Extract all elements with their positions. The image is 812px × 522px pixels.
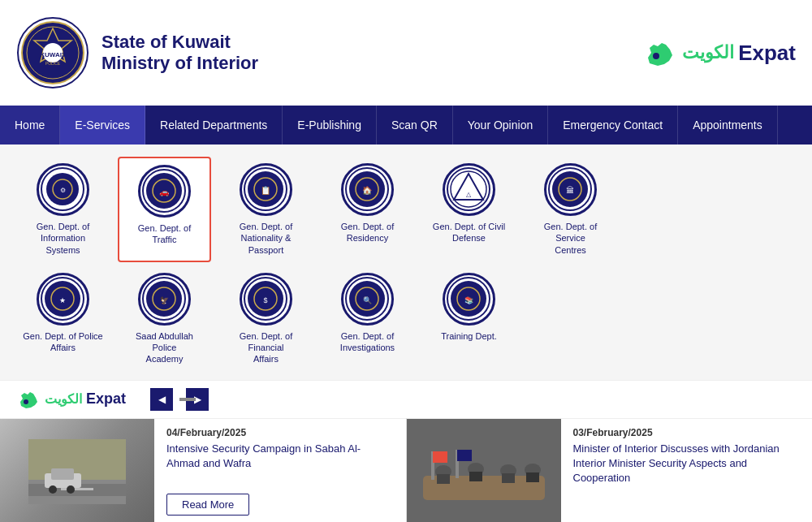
news-card-left: 04/February/2025 Intensive Security Camp… xyxy=(0,418,406,522)
dept-residency-label: Gen. Dept. of Residency xyxy=(327,221,408,244)
nav-home[interactable]: Home xyxy=(0,106,60,145)
dept-civil-defense-badge: △ xyxy=(443,163,495,216)
news-right-image-placeholder xyxy=(407,419,561,522)
dept-police-affairs-badge: ★ xyxy=(37,273,89,326)
nav-emergency-contact[interactable]: Emergency Contact xyxy=(548,106,678,145)
nav-scan-qr[interactable]: Scan QR xyxy=(377,106,453,145)
svg-text:📋: 📋 xyxy=(261,185,271,196)
expat-banner: الكويت Expat ◀ ▶ xyxy=(0,380,812,418)
dept-investigations[interactable]: 🔍 Gen. Dept. ofInvestigations xyxy=(321,266,414,372)
svg-text:🔍: 🔍 xyxy=(363,296,373,305)
slider-prev-button[interactable]: ◀ xyxy=(150,388,173,411)
nav-related-dept[interactable]: Related Departments xyxy=(145,106,283,145)
dept-training[interactable]: 📚 Training Dept. xyxy=(422,266,516,372)
news-right-date: 03/February/2025 xyxy=(573,427,801,438)
nav-appointments[interactable]: Appointments xyxy=(678,106,778,145)
title-line1: State of Kuwait xyxy=(102,32,258,53)
svg-text:🏛: 🏛 xyxy=(566,186,574,195)
kuwait-shape-icon xyxy=(641,35,678,71)
svg-text:🦅: 🦅 xyxy=(160,296,170,305)
dept-service-centres[interactable]: 🏛 Gen. Dept. of ServiceCentres xyxy=(524,157,617,262)
header-title: State of Kuwait Ministry of Interior xyxy=(102,32,258,74)
news-left-date: 04/February/2025 xyxy=(166,427,394,438)
svg-rect-70 xyxy=(469,472,482,481)
news-left-title: Intensive Security Campaign in Sabah Al-… xyxy=(166,442,394,490)
svg-rect-72 xyxy=(502,473,515,483)
dept-financial-affairs[interactable]: $ Gen. Dept. of FinancialAffairs xyxy=(219,266,313,372)
svg-text:POLICE: POLICE xyxy=(45,61,61,66)
dept-traffic-label: Gen. Dept. of Traffic xyxy=(126,222,203,246)
svg-text:📚: 📚 xyxy=(464,296,474,305)
header: KUWAIT POLICE State of Kuwait Ministry o… xyxy=(0,0,812,106)
dept-service-centres-label: Gen. Dept. of ServiceCentres xyxy=(530,221,611,256)
svg-rect-58 xyxy=(51,468,74,480)
svg-rect-64 xyxy=(433,451,447,463)
nav-e-services[interactable]: E-Services xyxy=(60,106,145,145)
banner-arabic: الكويت xyxy=(45,391,82,407)
svg-text:★: ★ xyxy=(59,296,66,304)
dept-service-centres-badge: 🏛 xyxy=(544,163,597,216)
dept-civil-defense-label: Gen. Dept. of CivilDefense xyxy=(433,221,505,244)
svg-rect-66 xyxy=(457,450,472,461)
svg-rect-74 xyxy=(526,472,539,482)
expat-arabic: الكويت xyxy=(682,42,734,63)
svg-rect-68 xyxy=(437,474,450,484)
dept-nationality-label: Gen. Dept. ofNationality & Passport xyxy=(226,221,306,256)
svg-text:$: $ xyxy=(263,296,267,304)
dept-residency[interactable]: 🏠 Gen. Dept. of Residency xyxy=(321,157,414,262)
dept-investigations-badge: 🔍 xyxy=(341,273,394,326)
svg-text:🚗: 🚗 xyxy=(159,187,170,197)
dept-civil-defense[interactable]: △ Gen. Dept. of CivilDefense xyxy=(422,157,516,262)
dept-nationality[interactable]: 📋 Gen. Dept. ofNationality & Passport xyxy=(219,157,313,262)
news-left-content: 04/February/2025 Intensive Security Camp… xyxy=(154,419,406,522)
dept-saad-academy-badge: 🦅 xyxy=(138,273,191,326)
dept-financial-affairs-badge: $ xyxy=(240,273,292,326)
svg-point-59 xyxy=(49,485,57,494)
svg-text:KUWAIT: KUWAIT xyxy=(40,51,66,58)
dept-traffic[interactable]: 🚗 Gen. Dept. of Traffic xyxy=(118,157,211,262)
dept-police-affairs-label: Gen. Dept. of PoliceAffairs xyxy=(23,330,102,354)
navbar: Home E-Services Related Departments E-Pu… xyxy=(0,106,812,145)
dept-info-systems-label: Gen. Dept. ofInformation Systems xyxy=(23,221,103,256)
svg-point-60 xyxy=(67,485,75,494)
expat-logo[interactable]: الكويت Expat xyxy=(641,35,796,71)
svg-point-52 xyxy=(24,399,28,404)
expat-english: Expat xyxy=(738,41,796,66)
news-right-image xyxy=(407,419,561,522)
slider-thumb xyxy=(179,398,196,401)
news-left-image xyxy=(0,419,154,522)
dept-info-systems[interactable]: ⚙ Gen. Dept. ofInformation Systems xyxy=(16,157,110,262)
dept-training-label: Training Dept. xyxy=(441,330,497,342)
dept-saad-academy-label: Saad Abdullah PoliceAcademy xyxy=(124,330,205,365)
read-more-button[interactable]: Read More xyxy=(166,494,249,516)
dept-residency-badge: 🏠 xyxy=(341,163,394,216)
news-section: 04/February/2025 Intensive Security Camp… xyxy=(0,418,812,522)
nav-your-opinion[interactable]: Your Opinion xyxy=(453,106,548,145)
dept-investigations-label: Gen. Dept. ofInvestigations xyxy=(340,330,395,354)
news-right-title: Minister of Interior Discusses with Jord… xyxy=(573,442,801,516)
nav-e-publishing[interactable]: E-Publishing xyxy=(283,106,377,145)
svg-rect-56 xyxy=(61,488,93,490)
banner-expat-logo[interactable]: الكويت Expat xyxy=(16,387,126,412)
dept-nationality-badge: 📋 xyxy=(240,163,292,216)
svg-text:⚙: ⚙ xyxy=(60,187,66,194)
dept-grid-row2: ★ Gen. Dept. of PoliceAffairs 🦅 Saad Abd… xyxy=(16,266,796,372)
news-card-right: 03/February/2025 Minister of Interior Di… xyxy=(407,418,813,522)
dept-financial-affairs-label: Gen. Dept. of FinancialAffairs xyxy=(226,330,306,365)
title-line2: Ministry of Interior xyxy=(102,53,258,74)
dept-saad-academy[interactable]: 🦅 Saad Abdullah PoliceAcademy xyxy=(118,266,211,372)
news-left-image-placeholder xyxy=(0,419,154,522)
svg-text:△: △ xyxy=(466,191,472,198)
dept-grid-row1: ⚙ Gen. Dept. ofInformation Systems 🚗 Gen… xyxy=(16,157,796,262)
ministry-logo: KUWAIT POLICE xyxy=(16,16,89,89)
slider-controls: ◀ ▶ xyxy=(150,388,209,411)
dept-traffic-badge: 🚗 xyxy=(138,165,191,218)
news-right-content: 03/February/2025 Minister of Interior Di… xyxy=(561,419,813,522)
banner-kuwait-icon xyxy=(16,387,41,412)
svg-text:🏠: 🏠 xyxy=(362,185,373,196)
banner-en: Expat xyxy=(86,390,126,408)
header-left: KUWAIT POLICE State of Kuwait Ministry o… xyxy=(16,16,258,89)
departments-section: ⚙ Gen. Dept. ofInformation Systems 🚗 Gen… xyxy=(0,145,812,380)
dept-police-affairs[interactable]: ★ Gen. Dept. of PoliceAffairs xyxy=(16,266,110,372)
svg-point-25 xyxy=(451,171,486,207)
